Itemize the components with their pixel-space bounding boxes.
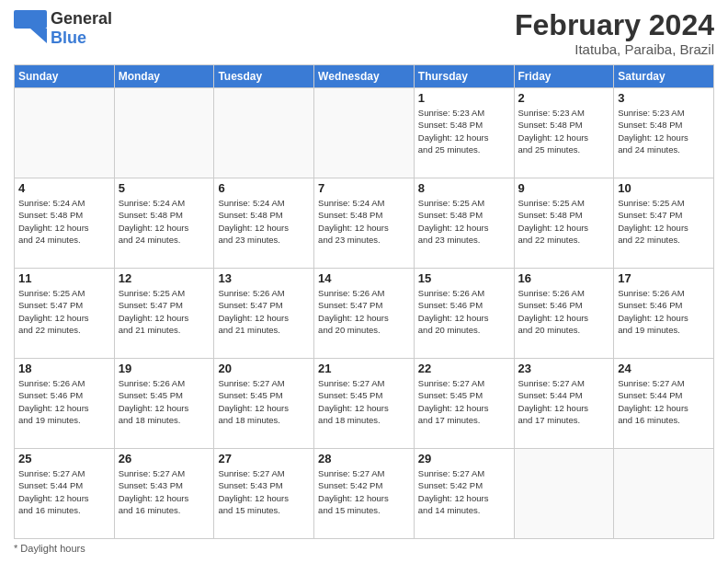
footer-note: * Daylight hours xyxy=(14,543,714,554)
calendar-cell xyxy=(514,449,614,539)
weekday-header-thursday: Thursday xyxy=(414,65,514,88)
logo: General Blue xyxy=(14,9,112,48)
day-info: Sunrise: 5:27 AM Sunset: 5:42 PM Dayligh… xyxy=(318,467,410,516)
calendar-cell: 15Sunrise: 5:26 AM Sunset: 5:46 PM Dayli… xyxy=(414,269,514,359)
day-number: 13 xyxy=(218,271,310,285)
calendar-cell: 18Sunrise: 5:26 AM Sunset: 5:46 PM Dayli… xyxy=(15,359,115,449)
day-number: 5 xyxy=(119,181,210,195)
calendar-cell: 6Sunrise: 5:24 AM Sunset: 5:48 PM Daylig… xyxy=(214,178,314,269)
day-number: 22 xyxy=(418,362,510,375)
calendar-cell: 28Sunrise: 5:27 AM Sunset: 5:42 PM Dayli… xyxy=(314,449,415,539)
location-subtitle: Itatuba, Paraiba, Brazil xyxy=(515,41,714,57)
weekday-header-saturday: Saturday xyxy=(614,65,714,88)
weekday-header-row: SundayMondayTuesdayWednesdayThursdayFrid… xyxy=(15,65,714,88)
day-info: Sunrise: 5:27 AM Sunset: 5:43 PM Dayligh… xyxy=(218,467,310,516)
month-year-title: February 2024 xyxy=(515,9,714,41)
title-block: February 2024 Itatuba, Paraiba, Brazil xyxy=(515,9,714,57)
calendar-cell: 7Sunrise: 5:24 AM Sunset: 5:48 PM Daylig… xyxy=(314,178,415,269)
day-info: Sunrise: 5:27 AM Sunset: 5:45 PM Dayligh… xyxy=(218,377,310,426)
day-info: Sunrise: 5:24 AM Sunset: 5:48 PM Dayligh… xyxy=(18,197,110,246)
calendar-cell: 16Sunrise: 5:26 AM Sunset: 5:46 PM Dayli… xyxy=(514,269,614,359)
daylight-label: Daylight hours xyxy=(20,543,85,554)
day-info: Sunrise: 5:24 AM Sunset: 5:48 PM Dayligh… xyxy=(218,197,310,246)
day-info: Sunrise: 5:26 AM Sunset: 5:47 PM Dayligh… xyxy=(318,287,410,336)
day-number: 15 xyxy=(418,271,510,285)
calendar-cell: 22Sunrise: 5:27 AM Sunset: 5:45 PM Dayli… xyxy=(414,359,514,449)
day-number: 29 xyxy=(418,452,510,465)
day-info: Sunrise: 5:27 AM Sunset: 5:44 PM Dayligh… xyxy=(618,377,710,426)
day-info: Sunrise: 5:23 AM Sunset: 5:48 PM Dayligh… xyxy=(518,107,610,155)
day-number: 24 xyxy=(618,362,710,375)
weekday-header-friday: Friday xyxy=(514,65,614,88)
day-number: 1 xyxy=(418,91,510,105)
weekday-header-monday: Monday xyxy=(114,65,214,88)
logo-text: General Blue xyxy=(51,9,112,48)
day-number: 12 xyxy=(119,271,210,285)
calendar-cell: 26Sunrise: 5:27 AM Sunset: 5:43 PM Dayli… xyxy=(114,449,214,539)
day-info: Sunrise: 5:27 AM Sunset: 5:45 PM Dayligh… xyxy=(418,377,510,426)
day-info: Sunrise: 5:25 AM Sunset: 5:47 PM Dayligh… xyxy=(119,287,210,336)
calendar-cell: 17Sunrise: 5:26 AM Sunset: 5:46 PM Dayli… xyxy=(614,269,714,359)
calendar-cell: 8Sunrise: 5:25 AM Sunset: 5:48 PM Daylig… xyxy=(414,178,514,269)
calendar-cell: 11Sunrise: 5:25 AM Sunset: 5:47 PM Dayli… xyxy=(15,269,115,359)
weekday-header-sunday: Sunday xyxy=(15,65,115,88)
day-info: Sunrise: 5:27 AM Sunset: 5:44 PM Dayligh… xyxy=(518,377,610,426)
calendar-cell xyxy=(314,88,415,178)
calendar-cell xyxy=(214,88,314,178)
calendar-week-3: 18Sunrise: 5:26 AM Sunset: 5:46 PM Dayli… xyxy=(15,359,714,449)
calendar-cell: 25Sunrise: 5:27 AM Sunset: 5:44 PM Dayli… xyxy=(15,449,115,539)
day-number: 9 xyxy=(518,181,610,195)
logo-general: General xyxy=(51,9,112,28)
calendar-cell: 4Sunrise: 5:24 AM Sunset: 5:48 PM Daylig… xyxy=(15,178,115,269)
day-info: Sunrise: 5:25 AM Sunset: 5:48 PM Dayligh… xyxy=(518,197,610,246)
day-number: 26 xyxy=(119,452,210,465)
day-info: Sunrise: 5:25 AM Sunset: 5:48 PM Dayligh… xyxy=(418,197,510,246)
day-number: 14 xyxy=(318,271,410,285)
day-number: 21 xyxy=(318,362,410,375)
day-number: 10 xyxy=(618,181,710,195)
calendar-cell: 10Sunrise: 5:25 AM Sunset: 5:47 PM Dayli… xyxy=(614,178,714,269)
day-number: 16 xyxy=(518,271,610,285)
day-info: Sunrise: 5:23 AM Sunset: 5:48 PM Dayligh… xyxy=(418,107,510,155)
calendar-cell xyxy=(15,88,115,178)
day-info: Sunrise: 5:25 AM Sunset: 5:47 PM Dayligh… xyxy=(18,287,110,336)
day-info: Sunrise: 5:27 AM Sunset: 5:42 PM Dayligh… xyxy=(418,467,510,516)
day-number: 11 xyxy=(18,271,110,285)
day-number: 28 xyxy=(318,452,410,465)
calendar-week-0: 1Sunrise: 5:23 AM Sunset: 5:48 PM Daylig… xyxy=(15,88,714,178)
calendar-cell: 12Sunrise: 5:25 AM Sunset: 5:47 PM Dayli… xyxy=(114,269,214,359)
calendar-cell: 27Sunrise: 5:27 AM Sunset: 5:43 PM Dayli… xyxy=(214,449,314,539)
logo-mark xyxy=(14,10,47,47)
calendar-week-4: 25Sunrise: 5:27 AM Sunset: 5:44 PM Dayli… xyxy=(15,449,714,539)
day-info: Sunrise: 5:25 AM Sunset: 5:47 PM Dayligh… xyxy=(618,197,710,246)
day-number: 19 xyxy=(119,362,210,375)
calendar-cell: 13Sunrise: 5:26 AM Sunset: 5:47 PM Dayli… xyxy=(214,269,314,359)
calendar-cell: 5Sunrise: 5:24 AM Sunset: 5:48 PM Daylig… xyxy=(114,178,214,269)
calendar-cell: 1Sunrise: 5:23 AM Sunset: 5:48 PM Daylig… xyxy=(414,88,514,178)
day-info: Sunrise: 5:23 AM Sunset: 5:48 PM Dayligh… xyxy=(618,107,710,155)
calendar-cell: 23Sunrise: 5:27 AM Sunset: 5:44 PM Dayli… xyxy=(514,359,614,449)
calendar-cell xyxy=(614,449,714,539)
calendar-cell: 2Sunrise: 5:23 AM Sunset: 5:48 PM Daylig… xyxy=(514,88,614,178)
calendar-cell xyxy=(114,88,214,178)
calendar-table: SundayMondayTuesdayWednesdayThursdayFrid… xyxy=(14,64,714,539)
day-number: 4 xyxy=(18,181,110,195)
calendar-cell: 21Sunrise: 5:27 AM Sunset: 5:45 PM Dayli… xyxy=(314,359,415,449)
day-info: Sunrise: 5:24 AM Sunset: 5:48 PM Dayligh… xyxy=(119,197,210,246)
page: General Blue February 2024 Itatuba, Para… xyxy=(0,0,728,563)
calendar-cell: 9Sunrise: 5:25 AM Sunset: 5:48 PM Daylig… xyxy=(514,178,614,269)
day-number: 8 xyxy=(418,181,510,195)
day-info: Sunrise: 5:26 AM Sunset: 5:47 PM Dayligh… xyxy=(218,287,310,336)
day-info: Sunrise: 5:26 AM Sunset: 5:46 PM Dayligh… xyxy=(618,287,710,336)
calendar-cell: 19Sunrise: 5:26 AM Sunset: 5:45 PM Dayli… xyxy=(114,359,214,449)
logo-blue: Blue xyxy=(51,29,86,47)
day-info: Sunrise: 5:26 AM Sunset: 5:46 PM Dayligh… xyxy=(18,377,110,426)
calendar-week-1: 4Sunrise: 5:24 AM Sunset: 5:48 PM Daylig… xyxy=(15,178,714,269)
calendar-cell: 20Sunrise: 5:27 AM Sunset: 5:45 PM Dayli… xyxy=(214,359,314,449)
day-info: Sunrise: 5:27 AM Sunset: 5:45 PM Dayligh… xyxy=(318,377,410,426)
day-info: Sunrise: 5:27 AM Sunset: 5:44 PM Dayligh… xyxy=(18,467,110,516)
calendar-cell: 3Sunrise: 5:23 AM Sunset: 5:48 PM Daylig… xyxy=(614,88,714,178)
day-number: 23 xyxy=(518,362,610,375)
day-number: 17 xyxy=(618,271,710,285)
day-number: 27 xyxy=(218,452,310,465)
